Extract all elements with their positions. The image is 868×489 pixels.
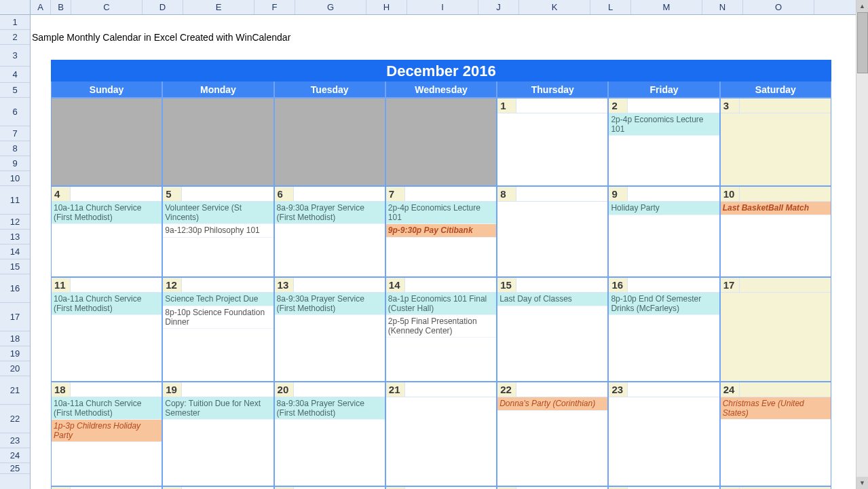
column-header-G[interactable]: G	[295, 0, 366, 14]
column-header-I[interactable]: I	[407, 0, 478, 14]
calendar-cell[interactable]: 23	[608, 382, 719, 486]
calendar-cell[interactable]: 10Last BasketBall Match	[720, 186, 831, 277]
calendar-event[interactable]: 10a-11a Church Service (First Methodist)	[52, 293, 162, 315]
calendar-cell[interactable]: 12Science Tech Project Due8p-10p Science…	[162, 277, 273, 382]
calendar-event[interactable]: 2p-4p Economics Lecture 101	[609, 113, 719, 136]
column-header-B[interactable]: B	[51, 0, 71, 14]
row-header-4[interactable]: 4	[0, 67, 30, 83]
calendar-cell[interactable]: 21	[385, 382, 497, 486]
calendar-cell[interactable]: 168p-10p End Of Semester Drinks (McFarle…	[608, 277, 719, 382]
calendar-event[interactable]: Volunteer Service (St Vincents)	[163, 202, 273, 224]
calendar-cell[interactable]: 68a-9:30a Prayer Service (First Methodis…	[274, 186, 385, 277]
calendar-cell[interactable]: 28	[385, 486, 497, 489]
scroll-down-button[interactable]: ▼	[856, 477, 868, 489]
calendar-cell[interactable]	[274, 98, 385, 186]
row-header-24[interactable]: 24	[0, 448, 30, 463]
calendar-event[interactable]: Donna's Party (Corinthian)	[497, 397, 607, 411]
row-header-16[interactable]: 16	[0, 274, 30, 303]
calendar-event[interactable]: 8a-9:30a Prayer Service (First Methodist…	[275, 202, 385, 224]
column-header-J[interactable]: J	[478, 0, 519, 14]
calendar-cell[interactable]: 410a-11a Church Service (First Methodist…	[51, 186, 162, 277]
calendar-cell[interactable]: 208a-9:30a Prayer Service (First Methodi…	[274, 382, 385, 486]
row-header-10[interactable]: 10	[0, 171, 30, 186]
calendar-cell[interactable]: 5Volunteer Service (St Vincents)9a-12:30…	[162, 186, 273, 277]
calendar-event[interactable]: 8a-9:30a Prayer Service (First Methodist…	[275, 397, 385, 420]
calendar-cell[interactable]: 148a-1p Economics 101 Final (Custer Hall…	[385, 277, 497, 382]
calendar-event[interactable]: 10a-11a Church Service (First Methodist)	[52, 202, 162, 224]
row-header-18[interactable]: 18	[0, 331, 30, 346]
calendar-cell[interactable]	[385, 98, 497, 186]
calendar-cell[interactable]: 17	[720, 277, 831, 382]
scroll-thumb[interactable]	[857, 12, 868, 73]
row-header-15[interactable]: 15	[0, 259, 30, 274]
calendar-event[interactable]: Christmas Eve (United States)	[721, 397, 831, 420]
calendar-event[interactable]: 10a-11a Church Service (First Methodist)	[52, 397, 162, 420]
calendar-cell[interactable]: 31	[720, 486, 831, 489]
calendar-cell[interactable]: 72p-4p Economics Lecture 1019p-9:30p Pay…	[385, 186, 497, 277]
column-header-H[interactable]: H	[366, 0, 407, 14]
calendar-cell[interactable]: 25	[51, 486, 162, 489]
calendar-cell[interactable]: 19Copy: Tuition Due for Next Semester	[162, 382, 273, 486]
calendar-cell[interactable]: 29	[497, 486, 608, 489]
column-header-F[interactable]: F	[254, 0, 295, 14]
calendar-event[interactable]: 1p-3p Childrens Holiday Party	[52, 420, 162, 442]
calendar-cell[interactable]: 30	[608, 486, 719, 489]
row-header-8[interactable]: 8	[0, 141, 30, 156]
row-header-20[interactable]: 20	[0, 361, 30, 376]
row-header-6[interactable]: 6	[0, 98, 30, 126]
row-header-7[interactable]: 7	[0, 126, 30, 141]
calendar-cell[interactable]: 1	[497, 98, 608, 186]
calendar-cell[interactable]: 22Donna's Party (Corinthian)	[497, 382, 608, 486]
spreadsheet-grid[interactable]: ABCDEFGHIJKLMNO Sample Monthly Calendar …	[31, 0, 868, 489]
column-header-K[interactable]: K	[519, 0, 590, 14]
column-header-E[interactable]: E	[183, 0, 254, 14]
calendar-cell[interactable]: 24Christmas Eve (United States)	[720, 382, 831, 486]
row-header-12[interactable]: 12	[0, 215, 30, 230]
calendar-cell[interactable]: 26	[162, 486, 273, 489]
row-header-1[interactable]: 1	[0, 15, 30, 30]
select-all-corner[interactable]	[0, 0, 30, 15]
row-header-13[interactable]: 13	[0, 230, 30, 244]
row-header-14[interactable]: 14	[0, 244, 30, 259]
row-header-23[interactable]: 23	[0, 433, 30, 448]
column-header-A[interactable]: A	[31, 0, 51, 14]
column-header-C[interactable]: C	[71, 0, 143, 14]
row-header-3[interactable]: 3	[0, 45, 30, 67]
row-header-11[interactable]: 11	[0, 186, 30, 215]
calendar-event[interactable]: 9a-12:30p Philosophy 101	[163, 224, 273, 238]
calendar-event[interactable]: 8a-1p Economics 101 Final (Custer Hall)	[386, 293, 496, 315]
row-header-22[interactable]: 22	[0, 405, 30, 433]
row-header-9[interactable]: 9	[0, 156, 30, 171]
row-header-25[interactable]: 25	[0, 463, 30, 474]
title-cell[interactable]: Sample Monthly Calendar in Excel Created…	[31, 30, 290, 45]
calendar-cell[interactable]: 9Holiday Party	[608, 186, 719, 277]
calendar-cell[interactable]: 15Last Day of Classes	[497, 277, 608, 382]
column-header-L[interactable]: L	[590, 0, 631, 14]
row-header-21[interactable]: 21	[0, 376, 30, 405]
calendar-cell[interactable]: 138a-9:30a Prayer Service (First Methodi…	[274, 277, 385, 382]
calendar-event[interactable]: Copy: Tuition Due for Next Semester	[163, 397, 273, 420]
scroll-up-button[interactable]: ▲	[856, 0, 868, 12]
calendar-cell[interactable]: 27	[274, 486, 385, 489]
calendar-event[interactable]: 8p-10p Science Foundation Dinner	[163, 306, 273, 329]
column-header-O[interactable]: O	[743, 0, 814, 14]
column-header-D[interactable]: D	[143, 0, 183, 14]
calendar-cell[interactable]	[162, 98, 273, 186]
calendar-event[interactable]: 2p-4p Economics Lecture 101	[386, 202, 496, 224]
calendar-cell[interactable]: 3	[720, 98, 831, 186]
calendar-event[interactable]: 2p-5p Final Presentation (Kennedy Center…	[386, 315, 496, 338]
column-header-M[interactable]: M	[631, 0, 702, 14]
calendar-cell[interactable]: 1110a-11a Church Service (First Methodis…	[51, 277, 162, 382]
calendar-cell[interactable]: 1810a-11a Church Service (First Methodis…	[51, 382, 162, 486]
row-header-19[interactable]: 19	[0, 346, 30, 361]
calendar-cell[interactable]	[51, 98, 162, 186]
calendar-event[interactable]: 9p-9:30p Pay Citibank	[386, 224, 496, 238]
calendar-event[interactable]: Holiday Party	[609, 202, 719, 215]
calendar-month-title[interactable]: December 2016	[51, 60, 831, 82]
calendar-event[interactable]: Last BasketBall Match	[721, 202, 831, 215]
calendar-event[interactable]: Science Tech Project Due	[163, 293, 273, 306]
calendar-cell[interactable]: 8	[497, 186, 608, 277]
row-header-2[interactable]: 2	[0, 30, 30, 45]
column-header-N[interactable]: N	[702, 0, 743, 14]
calendar-event[interactable]: Last Day of Classes	[497, 293, 607, 306]
